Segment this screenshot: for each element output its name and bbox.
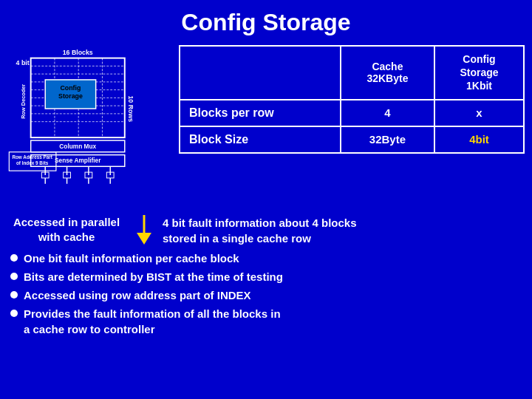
svg-text:Storage: Storage	[58, 92, 83, 100]
col1-header	[180, 46, 341, 100]
bullet-text-4: Provides the fault information of all th…	[24, 306, 281, 337]
bullet-dot-1	[10, 254, 18, 262]
page-title: Config Storage	[0, 0, 532, 42]
arrow-description: 4 bit fault information about 4 blocks s…	[163, 215, 357, 246]
config-table: Cache 32KByte Config Storage 1Kbit Block…	[179, 45, 525, 154]
diagram-area: 16 Blocks 4 bit Config Storage 10 Rows R…	[7, 45, 170, 211]
bullets-section: One bit fault information per cache bloc…	[0, 246, 532, 343]
svg-text:16 Blocks: 16 Blocks	[63, 49, 93, 56]
bullet-dot-4	[10, 310, 18, 317]
table-row-2: Block Size 32Byte 4bit	[180, 126, 524, 153]
bullet-text-1: One bit fault information per cache bloc…	[24, 250, 239, 266]
col3-header: Config Storage 1Kbit	[434, 46, 524, 100]
arrow-row: Accessed in parallel with cache 4 bit fa…	[0, 211, 532, 246]
bullet-item-2: Bits are determined by BIST at the time …	[10, 269, 522, 284]
row1-col3: x	[434, 100, 524, 126]
parallel-access-label: Accessed in parallel with cache	[7, 215, 126, 244]
col2-header: Cache 32KByte	[341, 46, 434, 100]
svg-text:10 Rows: 10 Rows	[127, 95, 134, 122]
bullet-item-1: One bit fault information per cache bloc…	[10, 250, 522, 266]
svg-text:Sense Amplifier: Sense Amplifier	[55, 157, 101, 164]
svg-text:Column Mux: Column Mux	[59, 143, 96, 150]
bullet-dot-3	[10, 291, 18, 299]
svg-text:Config: Config	[61, 84, 81, 92]
bullet-item-4: Provides the fault information of all th…	[10, 306, 522, 337]
arrow-icon	[133, 215, 155, 245]
table-row-1: Blocks per row 4 x	[180, 100, 524, 126]
bullet-item-3: Accessed using row address part of INDEX	[10, 287, 522, 303]
bullet-dot-2	[10, 273, 18, 280]
bullet-text-2: Bits are determined by BIST at the time …	[24, 269, 283, 284]
svg-text:Row Decoder: Row Decoder	[20, 84, 27, 119]
row2-col3: 4bit	[434, 126, 524, 153]
row2-label: Block Size	[180, 126, 341, 153]
svg-marker-39	[137, 233, 151, 245]
table-area: Cache 32KByte Config Storage 1Kbit Block…	[179, 45, 525, 211]
bullet-text-3: Accessed using row address part of INDEX	[24, 287, 251, 303]
svg-text:4 bit: 4 bit	[16, 59, 30, 66]
row1-label: Blocks per row	[180, 100, 341, 126]
row1-col2: 4	[341, 100, 434, 126]
row2-col2: 32Byte	[341, 126, 434, 153]
svg-text:of Index 9 Bits: of Index 9 Bits	[16, 160, 49, 166]
